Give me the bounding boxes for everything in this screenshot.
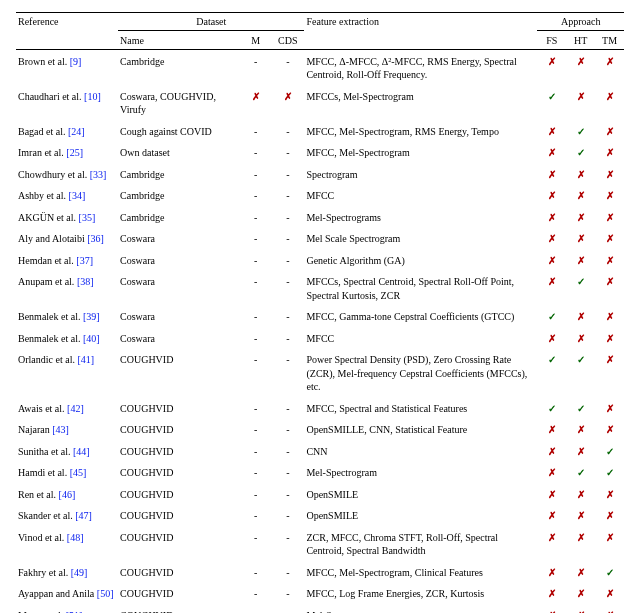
cell-cds: - <box>271 185 304 207</box>
citation-link[interactable]: [48] <box>67 532 84 543</box>
cross-icon: ✗ <box>606 354 614 365</box>
cell-feature: MFCC, Spectral and Statistical Features <box>304 398 537 420</box>
cell-reference: Anupam et al. [38] <box>16 271 118 306</box>
cell-ht: ✗ <box>566 419 595 441</box>
cell-tm: ✗ <box>595 207 624 229</box>
cell-feature: MFCC, Mel-Spectrogram, Clinical Features <box>304 562 537 584</box>
cell-dataset-name: COUGHVID <box>118 419 240 441</box>
dash: - <box>254 255 257 266</box>
citation-link[interactable]: [10] <box>84 91 101 102</box>
cell-ht: ✗ <box>566 562 595 584</box>
cell-reference: Benmalek et al. [39] <box>16 306 118 328</box>
cross-icon: ✗ <box>606 489 614 500</box>
dash: - <box>254 567 257 578</box>
cell-reference: Hemdan et al. [37] <box>16 250 118 272</box>
cell-dataset-name: Cambridge <box>118 51 240 86</box>
cell-cds: - <box>271 349 304 398</box>
col-header-ht: HT <box>566 31 595 50</box>
citation-link[interactable]: [34] <box>69 190 86 201</box>
cell-m: - <box>240 185 271 207</box>
cross-icon: ✗ <box>548 333 556 344</box>
cross-icon: ✗ <box>606 588 614 599</box>
col-group-dataset: Dataset <box>118 13 304 31</box>
citation-link[interactable]: [49] <box>71 567 88 578</box>
cell-fs: ✗ <box>537 605 566 614</box>
citation-link[interactable]: [24] <box>68 126 85 137</box>
cell-reference: Chaudhari et al. [10] <box>16 86 118 121</box>
cell-ht: ✗ <box>566 441 595 463</box>
citation-link[interactable]: [51] <box>66 610 83 614</box>
dash: - <box>286 510 289 521</box>
dash: - <box>286 147 289 158</box>
cell-tm: ✗ <box>595 142 624 164</box>
citation-link[interactable]: [37] <box>76 255 93 266</box>
cross-icon: ✗ <box>548 126 556 137</box>
col-header-name: Name <box>118 31 240 50</box>
citation-link[interactable]: [9] <box>70 56 82 67</box>
table-row: Chaudhari et al. [10]Coswara, COUGHVID, … <box>16 86 624 121</box>
citation-link[interactable]: [35] <box>79 212 96 223</box>
cell-reference: AKGÜN et al. [35] <box>16 207 118 229</box>
citation-link[interactable]: [42] <box>67 403 84 414</box>
cell-reference: Skander et al. [47] <box>16 505 118 527</box>
cell-m: ✗ <box>240 86 271 121</box>
citation-link[interactable]: [50] <box>97 588 114 599</box>
cross-icon: ✗ <box>577 532 585 543</box>
author-text: Hemdan et al. <box>18 255 74 266</box>
cell-cds: - <box>271 527 304 562</box>
cell-feature: CNN <box>304 441 537 463</box>
table-row: Anupam et al. [38]Coswara--MFCCs, Spectr… <box>16 271 624 306</box>
cell-dataset-name: COUGHVID <box>118 527 240 562</box>
author-text: Najaran <box>18 424 50 435</box>
dash: - <box>254 446 257 457</box>
cross-icon: ✗ <box>548 233 556 244</box>
cell-ht: ✗ <box>566 228 595 250</box>
cell-ht: ✗ <box>566 505 595 527</box>
cross-icon: ✗ <box>606 147 614 158</box>
citation-link[interactable]: [46] <box>59 489 76 500</box>
cross-icon: ✗ <box>577 610 585 614</box>
dash: - <box>254 354 257 365</box>
citation-link[interactable]: [44] <box>73 446 90 457</box>
cell-tm: ✗ <box>595 583 624 605</box>
dash: - <box>286 403 289 414</box>
citation-link[interactable]: [41] <box>77 354 94 365</box>
dash: - <box>254 489 257 500</box>
cell-cds: - <box>271 306 304 328</box>
author-text: Awais et al. <box>18 403 65 414</box>
citation-link[interactable]: [47] <box>75 510 92 521</box>
cell-m: - <box>240 398 271 420</box>
citation-link[interactable]: [40] <box>83 333 100 344</box>
cell-ht: ✓ <box>566 142 595 164</box>
cell-tm: ✗ <box>595 527 624 562</box>
cell-tm: ✗ <box>595 271 624 306</box>
citation-link[interactable]: [39] <box>83 311 100 322</box>
citation-link[interactable]: [45] <box>70 467 87 478</box>
cell-cds: - <box>271 562 304 584</box>
author-text: Orlandic et al. <box>18 354 75 365</box>
citation-link[interactable]: [38] <box>77 276 94 287</box>
dash: - <box>286 446 289 457</box>
table-row: Imran et al. [25]Own dataset--MFCC, Mel-… <box>16 142 624 164</box>
citation-link[interactable]: [43] <box>52 424 69 435</box>
col-header-reference: Reference <box>16 13 118 50</box>
cell-dataset-name: COUGHVID <box>118 583 240 605</box>
dash: - <box>254 510 257 521</box>
check-icon: ✓ <box>548 354 556 365</box>
cell-tm: ✓ <box>595 562 624 584</box>
citation-link[interactable]: [33] <box>90 169 107 180</box>
cell-reference: Imran et al. [25] <box>16 142 118 164</box>
cross-icon: ✗ <box>548 567 556 578</box>
cross-icon: ✗ <box>548 610 556 614</box>
check-icon: ✓ <box>548 403 556 414</box>
cross-icon: ✗ <box>548 169 556 180</box>
citation-link[interactable]: [36] <box>87 233 104 244</box>
cell-dataset-name: Coswara <box>118 228 240 250</box>
cell-reference: Sunitha et al. [44] <box>16 441 118 463</box>
cell-dataset-name: COUGHVID <box>118 605 240 614</box>
cell-dataset-name: Own dataset <box>118 142 240 164</box>
cell-dataset-name: COUGHVID <box>118 505 240 527</box>
cross-icon: ✗ <box>577 510 585 521</box>
cell-tm: ✓ <box>595 462 624 484</box>
citation-link[interactable]: [25] <box>66 147 83 158</box>
